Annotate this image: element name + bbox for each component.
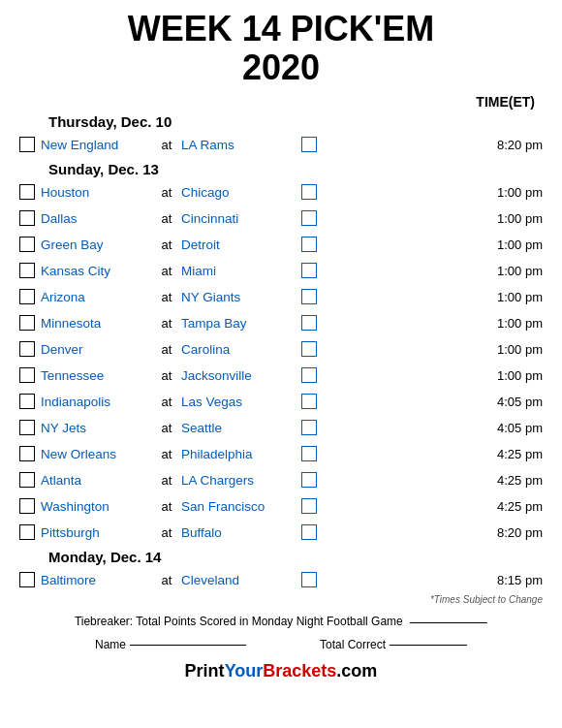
away-checkbox[interactable] <box>19 289 35 304</box>
name-label: Name <box>95 638 126 651</box>
away-team: Denver <box>41 342 152 357</box>
game-time: 1:00 pm <box>480 290 543 304</box>
at-label: at <box>152 573 181 587</box>
home-checkbox[interactable] <box>301 572 317 587</box>
game-time: 1:00 pm <box>480 342 543 357</box>
game-time: 1:00 pm <box>480 264 543 278</box>
home-checkbox[interactable] <box>301 394 317 409</box>
game-time: 1:00 pm <box>480 211 543 226</box>
game-row: AtlantaatLA Chargers4:25 pm <box>19 467 543 492</box>
game-time: 4:25 pm <box>480 447 543 461</box>
away-team: Baltimore <box>41 573 152 587</box>
column-headers: TIME(ET) <box>19 94 543 110</box>
away-checkbox[interactable] <box>19 472 35 488</box>
home-checkbox[interactable] <box>301 367 317 383</box>
section-header-2: Monday, Dec. 14 <box>48 549 543 565</box>
away-team: Dallas <box>41 211 152 226</box>
home-team: Tampa Bay <box>181 316 297 331</box>
at-label: at <box>152 368 181 383</box>
home-checkbox[interactable] <box>301 524 317 540</box>
game-time: 4:05 pm <box>480 395 543 409</box>
brand-footer: PrintYourBrackets.com <box>19 661 543 681</box>
home-team: Cincinnati <box>181 211 297 226</box>
away-checkbox[interactable] <box>19 341 35 357</box>
game-time: 1:00 pm <box>480 237 543 252</box>
home-checkbox[interactable] <box>301 289 317 304</box>
home-team: Las Vegas <box>181 395 297 409</box>
game-row: DenveratCarolina1:00 pm <box>19 336 543 362</box>
away-checkbox[interactable] <box>19 237 35 252</box>
away-checkbox[interactable] <box>19 446 35 461</box>
at-label: at <box>152 237 181 252</box>
home-team: Buffalo <box>181 525 297 540</box>
brand-print: Print <box>185 661 225 681</box>
away-checkbox[interactable] <box>19 524 35 540</box>
away-checkbox[interactable] <box>19 420 35 435</box>
home-checkbox[interactable] <box>301 137 317 152</box>
home-checkbox[interactable] <box>301 237 317 252</box>
away-checkbox[interactable] <box>19 367 35 383</box>
home-team: LA Chargers <box>181 473 297 488</box>
game-time: 1:00 pm <box>480 368 543 383</box>
time-column-header: TIME(ET) <box>476 94 535 110</box>
away-team: Washington <box>41 499 152 514</box>
away-team: Houston <box>41 185 152 200</box>
home-checkbox[interactable] <box>301 341 317 357</box>
tiebreaker-line <box>410 622 487 623</box>
brand-brackets: Brackets <box>263 661 336 681</box>
home-team: Carolina <box>181 342 297 357</box>
home-checkbox[interactable] <box>301 210 317 226</box>
at-label: at <box>152 473 181 488</box>
away-checkbox[interactable] <box>19 263 35 278</box>
game-time: 8:15 pm <box>480 573 543 587</box>
tiebreaker-label: Tiebreaker: <box>75 615 133 628</box>
away-checkbox[interactable] <box>19 498 35 514</box>
away-checkbox[interactable] <box>19 184 35 200</box>
home-team: San Francisco <box>181 499 297 514</box>
away-checkbox[interactable] <box>19 394 35 409</box>
at-label: at <box>152 138 181 152</box>
total-correct-field: Total Correct <box>320 638 467 651</box>
home-checkbox[interactable] <box>301 472 317 488</box>
games-container: Thursday, Dec. 10New EnglandatLA Rams8:2… <box>19 113 543 592</box>
away-checkbox[interactable] <box>19 210 35 226</box>
home-checkbox[interactable] <box>301 420 317 435</box>
away-checkbox[interactable] <box>19 137 35 152</box>
away-team: Indianapolis <box>41 395 152 409</box>
home-team: Miami <box>181 264 297 278</box>
game-row: WashingtonatSan Francisco4:25 pm <box>19 493 543 519</box>
home-team: NY Giants <box>181 290 297 304</box>
total-underline <box>390 645 467 646</box>
away-team: Kansas City <box>41 264 152 278</box>
home-checkbox[interactable] <box>301 315 317 331</box>
game-row: MinnesotaatTampa Bay1:00 pm <box>19 310 543 335</box>
away-team: New Orleans <box>41 447 152 461</box>
game-row: BaltimoreatCleveland8:15 pm <box>19 567 543 592</box>
times-note: *Times Subject to Change <box>19 594 543 605</box>
home-team: Chicago <box>181 185 297 200</box>
home-checkbox[interactable] <box>301 184 317 200</box>
game-row: DallasatCincinnati1:00 pm <box>19 206 543 231</box>
away-checkbox[interactable] <box>19 315 35 331</box>
game-time: 4:25 pm <box>480 473 543 488</box>
at-label: at <box>152 499 181 514</box>
home-checkbox[interactable] <box>301 263 317 278</box>
at-label: at <box>152 185 181 200</box>
at-label: at <box>152 290 181 304</box>
game-time: 4:25 pm <box>480 499 543 514</box>
away-team: NY Jets <box>41 421 152 435</box>
home-team: Cleveland <box>181 573 297 587</box>
game-row: ArizonaatNY Giants1:00 pm <box>19 284 543 309</box>
game-time: 8:20 pm <box>480 138 543 152</box>
name-correct-row: Name Total Correct <box>19 638 543 651</box>
at-label: at <box>152 264 181 278</box>
away-checkbox[interactable] <box>19 572 35 587</box>
brand-your: Your <box>225 661 264 681</box>
home-checkbox[interactable] <box>301 498 317 514</box>
page-title: WEEK 14 PICK'EM 2020 <box>19 10 543 86</box>
game-row: New OrleansatPhiladelphia4:25 pm <box>19 441 543 466</box>
game-row: NY JetsatSeattle4:05 pm <box>19 415 543 440</box>
game-time: 1:00 pm <box>480 185 543 200</box>
home-checkbox[interactable] <box>301 446 317 461</box>
at-label: at <box>152 211 181 226</box>
